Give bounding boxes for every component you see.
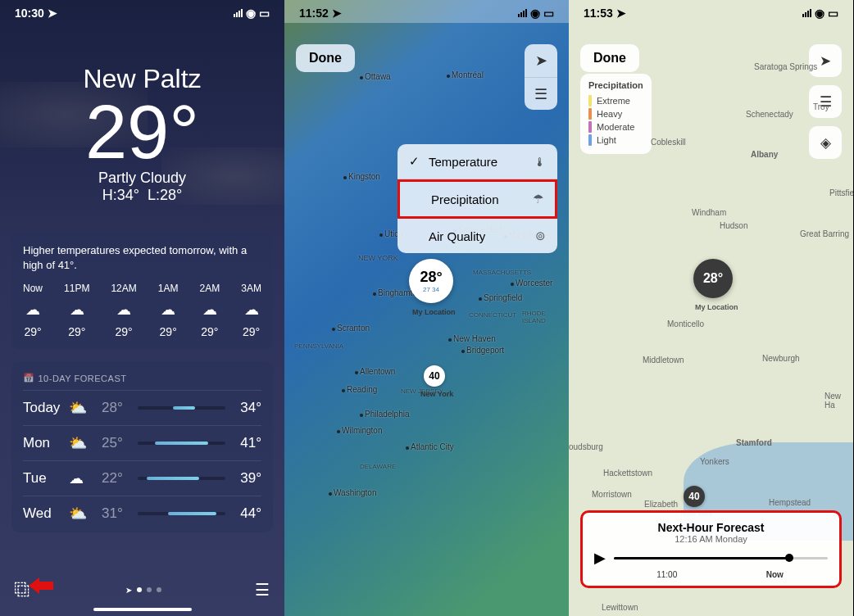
done-button[interactable]: Done [580, 44, 639, 72]
my-location-label: My Location [412, 308, 456, 316]
list-button[interactable]: ☰ [809, 85, 842, 118]
cloudy-icon: ☁ [200, 301, 220, 319]
hour-item: 2AM☁29° [200, 283, 220, 338]
home-indicator[interactable] [93, 608, 192, 611]
page-dots[interactable]: ➤ [125, 586, 161, 595]
cellular-icon [518, 9, 527, 17]
day-row[interactable]: Wed⛅31°44° [23, 496, 261, 531]
my-location-pin[interactable]: 28°27 34 [409, 259, 453, 303]
hi-lo: H:34° L:28° [0, 187, 284, 204]
day-row[interactable]: Tue☁22°39° [23, 460, 261, 496]
calendar-icon: 📅 [23, 373, 35, 383]
partly-cloudy-night-icon: ☁ [64, 301, 89, 319]
cloudy-icon: ☁ [241, 301, 261, 319]
status-bar: 11:53➤ ◉▭ [569, 0, 853, 23]
done-button[interactable]: Done [296, 44, 355, 72]
layer-menu: ✓Temperature🌡 Precipitation☂ Air Quality… [397, 144, 557, 253]
layers-button[interactable]: ◈ [809, 126, 842, 159]
layer-temperature[interactable]: ✓Temperature🌡 [397, 144, 557, 179]
wifi-icon: ◉ [815, 7, 824, 20]
status-time: 11:52 [299, 7, 329, 20]
wifi-icon: ◉ [246, 7, 256, 20]
list-icon: ☰ [534, 85, 547, 103]
location-arrow-icon: ➤ [616, 7, 626, 20]
hour-item: 12AM☁29° [111, 283, 136, 338]
precipitation-map-screen: 11:53➤ ◉▭ Done Precipitation Extreme Hea… [569, 0, 853, 616]
status-time: 11:53 [584, 7, 613, 20]
checkmark-icon: ✓ [409, 154, 424, 169]
day-row[interactable]: Today⛅28°34° [23, 390, 261, 425]
status-time: 10:30 [15, 7, 44, 20]
cloudy-icon: ☁ [69, 469, 102, 487]
partly-sunny-icon: ⛅ [69, 505, 102, 523]
location-arrow-icon: ➤ [332, 7, 342, 20]
hour-item: Now☁29° [23, 283, 43, 338]
temperature-map-screen: 11:52➤ ◉▭ Done ➤ ☰ Ottawa Montréal Kings… [284, 0, 569, 616]
umbrella-icon: ☂ [533, 192, 543, 206]
air-quality-icon: ⊚ [535, 229, 546, 243]
precipitation-legend: Precipitation Extreme Heavy Moderate Lig… [580, 74, 652, 154]
timeline-title: Next-Hour Forecast [594, 521, 828, 534]
partly-cloudy-night-icon: ☁ [23, 301, 43, 319]
hour-item: 1AM☁29° [158, 283, 179, 338]
status-bar: 10:30➤ ◉ ▭ [0, 0, 284, 23]
layers-icon: ◈ [820, 134, 831, 152]
timeline-subtitle: 12:16 AM Monday [594, 534, 828, 544]
weather-screen: 10:30➤ ◉ ▭ New Paltz 29° Partly Cloudy H… [0, 0, 284, 616]
partly-sunny-icon: ⛅ [69, 434, 102, 452]
layer-precipitation[interactable]: Precipitation☂ [397, 179, 557, 219]
next-hour-timeline[interactable]: Next-Hour Forecast 12:16 AM Monday ▶ 11:… [580, 510, 842, 588]
new-york-label: New York [420, 390, 453, 398]
list-icon[interactable]: ☰ [255, 580, 270, 600]
locate-button[interactable]: ➤ [809, 44, 842, 77]
wifi-icon: ◉ [530, 7, 540, 20]
current-temp: 29° [0, 94, 284, 170]
tenday-card[interactable]: 📅10-DAY FORECAST Today⛅28°34° Mon⛅25°41°… [11, 361, 273, 532]
status-bar: 11:52➤ ◉▭ [284, 0, 569, 23]
new-york-pin[interactable]: 40 [684, 486, 705, 507]
hour-item: 11PM☁29° [64, 283, 89, 338]
location-arrow-icon: ➤ [48, 7, 57, 20]
battery-icon: ▭ [259, 7, 270, 20]
condition: Partly Cloudy [0, 170, 284, 187]
hourly-card[interactable]: Higher temperatures expected tomorrow, w… [11, 232, 273, 350]
cellular-icon [234, 9, 243, 17]
callout-arrow-icon [25, 573, 57, 598]
location-arrow-icon: ➤ [820, 52, 831, 70]
layer-air-quality[interactable]: Air Quality⊚ [397, 219, 557, 253]
battery-icon: ▭ [828, 7, 838, 20]
hour-item: 3AM☁29° [241, 283, 261, 338]
summary-text: Higher temperatures expected tomorrow, w… [23, 243, 261, 273]
locate-button[interactable]: ➤ [525, 44, 557, 77]
list-button[interactable]: ☰ [525, 77, 557, 110]
new-york-pin[interactable]: 40 [424, 365, 445, 387]
location-arrow-icon: ➤ [125, 586, 132, 595]
my-location-pin[interactable]: 28° [693, 259, 733, 298]
partly-cloudy-night-icon: ☁ [111, 301, 136, 319]
location-arrow-icon: ➤ [535, 52, 547, 70]
battery-icon: ▭ [543, 7, 554, 20]
partly-sunny-icon: ⛅ [69, 399, 102, 417]
timeline-labels: 11:00Now [594, 570, 828, 579]
tenday-header: 📅10-DAY FORECAST [23, 373, 261, 383]
day-row[interactable]: Mon⛅25°41° [23, 425, 261, 460]
my-location-label: My Location [695, 303, 738, 311]
timeline-slider[interactable] [614, 557, 828, 559]
thermometer-icon: 🌡 [534, 155, 546, 169]
play-icon[interactable]: ▶ [594, 549, 606, 567]
partly-cloudy-night-icon: ☁ [158, 301, 179, 319]
cellular-icon [802, 9, 811, 17]
